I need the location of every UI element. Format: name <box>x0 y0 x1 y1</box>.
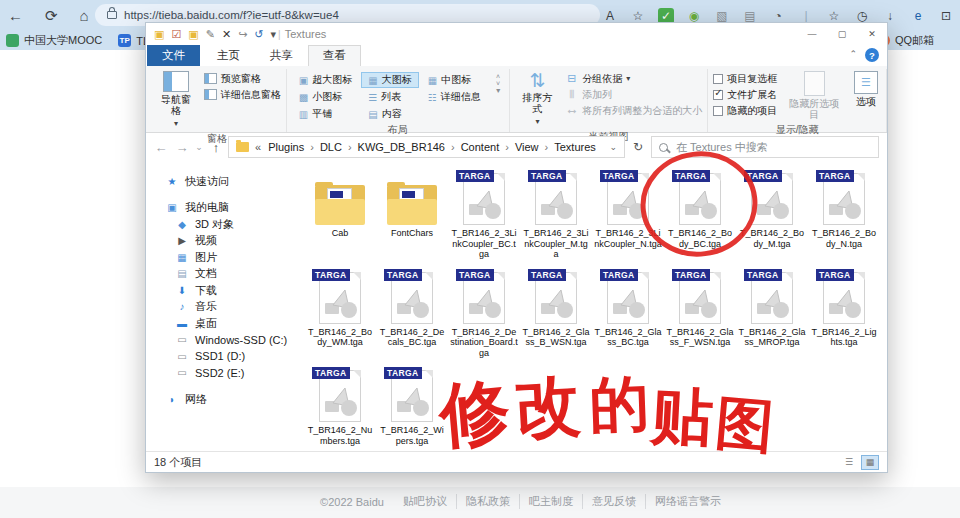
layout-option[interactable]: ▥ 平铺 <box>292 106 359 122</box>
footer-link[interactable]: 意见反馈 <box>583 494 646 509</box>
more-icon[interactable]: ▼ <box>495 87 502 94</box>
qat-new-folder-icon[interactable]: ▣ <box>154 29 164 40</box>
breadcrumb-item[interactable]: View <box>512 141 551 153</box>
layout-option[interactable]: ▤ 内容 <box>361 106 418 122</box>
scroll-down-icon[interactable]: ˅ <box>496 80 500 87</box>
ribbon-tab[interactable]: 文件 <box>147 45 200 66</box>
size-columns-button[interactable]: ⭤ 将所有列调整为合适的大小 <box>565 103 702 118</box>
layout-option[interactable]: ▦ 大图标 <box>361 72 418 88</box>
breadcrumb-overflow-icon[interactable]: « <box>255 141 261 153</box>
ribbon-tab[interactable]: 主页 <box>202 45 255 66</box>
sidebar-item[interactable]: ♪ 音乐 <box>146 299 298 316</box>
file-item[interactable]: TARGA T_BR146_2_Glass_F_WSN.tga <box>664 268 736 359</box>
recent-locations-icon[interactable]: ⌄ <box>194 142 204 152</box>
file-item[interactable]: TARGA T_BR146_2_Glass_B_WSN.tga <box>520 268 592 359</box>
footer-link[interactable]: 隐私政策 <box>457 494 520 509</box>
file-item[interactable]: TARGA T_BR146_2_Body_N.tga <box>808 169 880 260</box>
scroll-up-icon[interactable]: ˄ <box>496 73 500 80</box>
browser-hub-icon[interactable]: e <box>910 8 926 24</box>
file-item[interactable]: TARGA T_BR146_2_3LinkCoupler_M.tga <box>520 169 592 260</box>
layout-option[interactable]: ☷ 详细信息 <box>421 89 488 105</box>
details-view-toggle[interactable]: ☰ <box>840 455 858 470</box>
file-item[interactable]: TARGA T_BR146_2_3LinkCoupler_N.tga <box>592 169 664 260</box>
sidebar-item[interactable]: ▭ Windows-SSD (C:) <box>146 332 298 349</box>
bookmark-item[interactable]: 中国大学MOOC <box>6 33 102 48</box>
sidebar-item[interactable]: ▶ 视频 <box>146 233 298 250</box>
sidebar-item[interactable]: ▭ SSD2 (E:) <box>146 365 298 382</box>
sidebar-item[interactable]: ★ 快速访问 <box>146 173 298 190</box>
file-item[interactable]: TARGA T_BR146_2_Lights.tga <box>808 268 880 359</box>
file-item[interactable]: TARGA T_BR146_2_Body_M.tga <box>736 169 808 260</box>
breadcrumb[interactable]: « PluginsDLCKWG_DB_BR146ContentViewTextu… <box>228 136 625 158</box>
ribbon-checkbox[interactable]: 隐藏的项目 <box>713 103 777 118</box>
close-button[interactable]: ✕ <box>857 23 887 45</box>
file-item[interactable]: TARGA T_BR146_2_Glass_MROP.tga <box>736 268 808 359</box>
collapse-ribbon-icon[interactable]: ⌃ <box>849 49 857 59</box>
breadcrumb-item[interactable]: KWG_DB_BR146 <box>355 141 458 153</box>
large-icons-view-toggle[interactable]: ▦ <box>861 455 879 470</box>
search-box[interactable] <box>651 136 879 158</box>
sidebar-item[interactable]: ▭ SSD1 (D:) <box>146 348 298 365</box>
file-item[interactable]: TARGA FontChars <box>376 169 448 260</box>
qat-checkbox-icon[interactable]: ☑ <box>171 29 181 40</box>
details-pane-button[interactable]: 详细信息窗格 <box>204 87 281 102</box>
search-input[interactable] <box>674 140 871 154</box>
forward-icon[interactable]: → <box>173 140 191 155</box>
ribbon-checkbox[interactable]: 文件扩展名 <box>713 87 777 102</box>
sidebar-item[interactable]: ▣ 我的电脑 <box>146 200 298 217</box>
breadcrumb-item[interactable]: DLC <box>317 141 355 153</box>
file-item[interactable]: TARGA T_BR146_2_Destination_Board.tga <box>448 268 520 359</box>
hide-selected-items-button[interactable]: 隐藏所选项目 <box>782 69 846 122</box>
add-columns-button[interactable]: ⫴ 添加列 <box>565 87 702 102</box>
layout-option[interactable]: ▦ 中图标 <box>421 72 488 88</box>
preview-pane-button[interactable]: 预览窗格 <box>204 71 281 86</box>
sidebar-item[interactable]: ▦ 图片 <box>146 249 298 266</box>
file-item[interactable]: TARGA T_BR146_2_Body_WM.tga <box>304 268 376 359</box>
qat-folder-icon[interactable]: ▣ <box>188 29 198 40</box>
screenshot-icon[interactable]: ⊡ <box>938 8 954 24</box>
maximize-button[interactable]: ▢ <box>827 23 857 45</box>
breadcrumb-dropdown-icon[interactable]: ⌄ <box>609 142 617 152</box>
file-item[interactable]: TARGA T_BR146_2_Numbers.tga <box>304 366 376 446</box>
breadcrumb-item[interactable]: Content <box>458 141 512 153</box>
sidebar-item[interactable]: ◆ 3D 对象 <box>146 216 298 233</box>
breadcrumb-item[interactable]: Textures <box>551 141 599 153</box>
file-item[interactable]: TARGA T_BR146_2_Body_BC.tga <box>664 169 736 260</box>
help-button[interactable]: ? <box>865 48 879 62</box>
file-item[interactable]: TARGA T_BR146_2_Decals_BC.tga <box>376 268 448 359</box>
options-button[interactable]: ☰ 选项 <box>851 69 881 109</box>
qat-dropdown-icon[interactable]: ▾ <box>271 29 277 40</box>
footer-link[interactable]: 吧主制度 <box>520 494 583 509</box>
file-item[interactable]: TARGA T_BR146_2_Wipers.tga <box>376 366 448 446</box>
refresh-icon[interactable]: ⟳ <box>45 7 58 25</box>
up-icon[interactable]: ↑ <box>207 140 225 155</box>
layout-option[interactable]: ▩ 小图标 <box>292 89 359 105</box>
qat-rename-icon[interactable]: ✎ <box>206 29 215 40</box>
navigation-pane-button[interactable]: 导航窗格 ▾ <box>153 69 199 131</box>
home-icon[interactable]: ⌂ <box>80 7 89 24</box>
group-by-button[interactable]: ⊟ 分组依据 ▾ <box>565 71 702 86</box>
layout-option[interactable]: ▣ 超大图标 <box>292 72 359 88</box>
ribbon-checkbox[interactable]: 项目复选框 <box>713 71 777 86</box>
file-item[interactable]: TARGA T_BR146_2_3LinkCoupler_BC.tga <box>448 169 520 260</box>
qat-undo-icon[interactable]: ↺ <box>254 29 263 40</box>
sidebar-item[interactable]: ◗ 网络 <box>146 391 298 408</box>
sidebar-item[interactable]: ▬ 桌面 <box>146 315 298 332</box>
qat-delete-icon[interactable]: ✕ <box>222 29 231 40</box>
back-icon[interactable]: ← <box>152 140 170 155</box>
sort-by-button[interactable]: ⇅ 排序方式 ▾ <box>515 69 561 129</box>
breadcrumb-item[interactable]: Plugins <box>265 141 317 153</box>
refresh-icon[interactable]: ↻ <box>628 140 648 154</box>
footer-link[interactable]: 贴吧协议 <box>394 494 457 509</box>
back-icon[interactable]: ← <box>8 7 23 24</box>
file-item[interactable]: TARGA Cab <box>304 169 376 260</box>
layout-option[interactable]: ☰ 列表 <box>361 89 418 105</box>
file-list-area[interactable]: TARGA Cab <box>298 161 887 451</box>
file-item[interactable]: TARGA T_BR146_2_Glass_BC.tga <box>592 268 664 359</box>
minimize-button[interactable]: — <box>797 23 827 45</box>
qat-redo-icon[interactable]: ↪ <box>238 29 247 40</box>
footer-link[interactable]: 网络谣言警示 <box>646 494 730 509</box>
ribbon-tab[interactable]: 共享 <box>255 45 308 66</box>
sidebar-item[interactable]: ▤ 文档 <box>146 266 298 283</box>
ribbon-tab[interactable]: 查看 <box>308 45 361 66</box>
